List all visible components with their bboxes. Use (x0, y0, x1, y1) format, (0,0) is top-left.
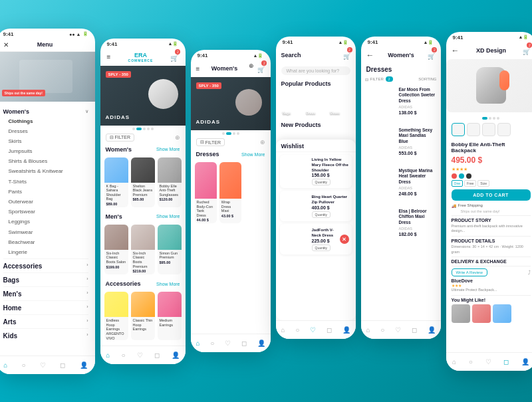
subcategory-pants[interactable]: Pants (3, 187, 88, 197)
popular-item-2[interactable]: Dress (305, 90, 327, 116)
mens-show-more[interactable]: Show More (156, 214, 180, 219)
search-icon-3[interactable]: ⊕ (249, 62, 254, 74)
filter-icon-5[interactable]: ⊟ (365, 77, 368, 82)
subcategory-skirts[interactable]: Skirts (3, 136, 88, 146)
thumb-1[interactable] (452, 123, 465, 136)
subcategory-outerwear[interactable]: Outerwear (3, 197, 88, 207)
search-icon-2[interactable]: ⊕ (175, 134, 180, 141)
color-teal[interactable] (459, 173, 464, 179)
product-card[interactable]: Bobby Elle Anti-Theft Sunglasses $120.00 (158, 157, 182, 207)
arts-category[interactable]: Arts › (3, 314, 88, 327)
cart-nav-4[interactable]: ◻ (327, 326, 332, 334)
home-nav-icon[interactable]: ⌂ (3, 361, 7, 369)
filter-button-3[interactable]: ⊟ FILTER (196, 138, 225, 146)
product-card[interactable]: Medium Earrings (158, 292, 182, 340)
popular-item-1[interactable]: Bags (281, 90, 303, 116)
profile-nav-4[interactable]: 👤 (342, 326, 350, 334)
home-nav-5[interactable]: ⌂ (366, 326, 370, 334)
filter-button[interactable]: ⊟ FILTER (106, 134, 135, 142)
product-card[interactable]: Six-Inch Classic Boots Premium $219.00 (131, 225, 155, 274)
wishlist-nav-3[interactable]: ♡ (225, 340, 231, 347)
dress-list-item-4[interactable]: Elsa | Belroor Chiffon Maxi Dress ADIDAS… (365, 209, 437, 245)
subcategory-clothings[interactable]: Clothings (3, 116, 88, 126)
back-arrow-5[interactable]: ← (366, 50, 374, 60)
size-size[interactable]: Size (477, 180, 489, 187)
subcategory-jumpsuits[interactable]: Jumpsuits (3, 146, 88, 156)
home-nav-2[interactable]: ⌂ (106, 352, 110, 359)
qty-btn-3[interactable]: Quantity (312, 245, 331, 251)
product-card[interactable]: K Bag - Sahara Shoulder Bag $89.00 (104, 157, 128, 207)
subcategory-sportswear[interactable]: Sportswear (3, 207, 88, 217)
cart-wrap-5[interactable]: 🛒 2 (428, 49, 435, 61)
add-to-cart-button[interactable]: ADD TO CART (452, 189, 531, 201)
subcategory-shirts[interactable]: Shirts & Blouses (3, 156, 88, 166)
cart-wrap-6[interactable]: 🛒 2 (523, 45, 530, 56)
dress-list-item-2[interactable]: Something Sexy Maxi Sandlas Blue ADIDAS … (365, 128, 437, 164)
womens-show-more[interactable]: Show More (156, 147, 180, 151)
wishlist-item-3[interactable]: JadForth V-Neck Dress 225.00 $ Quantity … (280, 224, 352, 254)
subcategory-tshirts[interactable]: T-Shirts (3, 177, 88, 187)
thumb-2[interactable] (467, 123, 480, 136)
back-arrow-6[interactable]: ← (452, 46, 460, 55)
close-icon[interactable]: ✕ (3, 41, 9, 49)
profile-nav-6[interactable]: 👤 (521, 358, 529, 365)
sorting-label[interactable]: SORTING (418, 77, 436, 81)
womens-header[interactable]: Women's ∨ (3, 106, 88, 116)
dress-card-2[interactable]: Wrap Dress Maxi 43.00 $ (219, 162, 241, 223)
wishlist-item-1[interactable]: Living In Yellow Mary Fleece Off the Sho… (280, 155, 352, 188)
share-icon[interactable]: ⤴ (528, 270, 531, 276)
write-review-button[interactable]: Write A Review (452, 268, 487, 276)
cart-nav-5[interactable]: ◻ (412, 326, 417, 334)
home-nav-6[interactable]: ⌂ (452, 358, 456, 365)
subcategory-swimwear[interactable]: Swimwear (3, 227, 88, 237)
wishlist-item-2[interactable]: Bing Heart Quarter Zip Pullover 403.00 $… (280, 191, 352, 221)
home-nav-3[interactable]: ⌂ (196, 340, 200, 347)
dress-list-item-1[interactable]: Ear Moos From Collection Sweter Dress AD… (365, 87, 437, 124)
dress-list-item-3[interactable]: Mystique Marina Heat Sweater Dress ADIDA… (365, 168, 437, 205)
search-nav-6[interactable]: ○ (469, 358, 473, 365)
search-nav-5[interactable]: ○ (380, 326, 384, 334)
bags-category[interactable]: Bags › (3, 272, 88, 285)
cart-wrap-4[interactable]: 🛒 2 (343, 49, 350, 61)
wishlist-nav-6[interactable]: ♡ (485, 358, 491, 365)
subcategory-lingerie[interactable]: Lingerie (3, 247, 88, 257)
product-card[interactable]: Simon Gun Premium $95.00 (158, 225, 182, 274)
hamburger-icon[interactable]: ≡ (107, 53, 111, 60)
wishlist-nav-2[interactable]: ♡ (137, 352, 143, 359)
product-card[interactable]: Classic Thin Hoop Earrings (131, 292, 155, 340)
subcategory-dresses[interactable]: Dresses (3, 126, 88, 136)
search-nav-icon[interactable]: ○ (22, 361, 26, 369)
wishlist-nav-5[interactable]: ♡ (395, 326, 401, 334)
profile-nav-5[interactable]: 👤 (428, 326, 436, 334)
hamburger-icon-3[interactable]: ≡ (196, 65, 200, 72)
qty-btn-1[interactable]: Quantity (312, 179, 331, 185)
accessories-category[interactable]: Accessories › (3, 258, 88, 271)
cart-nav-6[interactable]: ◻ (503, 358, 509, 365)
profile-nav-2[interactable]: 👤 (172, 352, 180, 359)
product-card[interactable]: Shelton Black Jeans Premium $65.00 (131, 157, 155, 207)
profile-nav-3[interactable]: 👤 (257, 340, 265, 347)
suggestion-1[interactable] (452, 304, 470, 323)
cart-icon-wrap[interactable]: 🛒 2 (170, 51, 178, 63)
acc-show-more[interactable]: Show More (156, 282, 180, 286)
product-card[interactable]: Endless Hoop Earrings ARGENTO VIVO (104, 292, 128, 340)
suggestion-2[interactable] (472, 304, 491, 323)
size-one[interactable]: One (452, 180, 463, 187)
subcategory-leggings[interactable]: Leggings (3, 217, 88, 227)
profile-nav-icon[interactable]: 👤 (80, 361, 88, 369)
search-nav-3[interactable]: ○ (210, 340, 214, 347)
size-free[interactable]: Free (464, 180, 476, 187)
cart-nav-2[interactable]: ◻ (154, 352, 160, 359)
remove-btn-3[interactable]: ✕ (340, 235, 349, 244)
search-nav-4[interactable]: ○ (295, 326, 299, 334)
thumb-4[interactable] (497, 123, 511, 136)
wishlist-nav-4[interactable]: ♡ (310, 326, 316, 334)
cart-wrap-3[interactable]: 🛒 2 (257, 62, 265, 74)
subcategory-beachwear[interactable]: Beachwear (3, 237, 88, 247)
mens-category[interactable]: Men's › (3, 286, 88, 299)
wishlist-nav-icon[interactable]: ♡ (40, 361, 46, 369)
thumb-3[interactable] (482, 123, 495, 136)
qty-btn-2[interactable]: Quantity (312, 211, 331, 218)
color-red[interactable] (452, 173, 457, 179)
color-black[interactable] (466, 173, 471, 179)
